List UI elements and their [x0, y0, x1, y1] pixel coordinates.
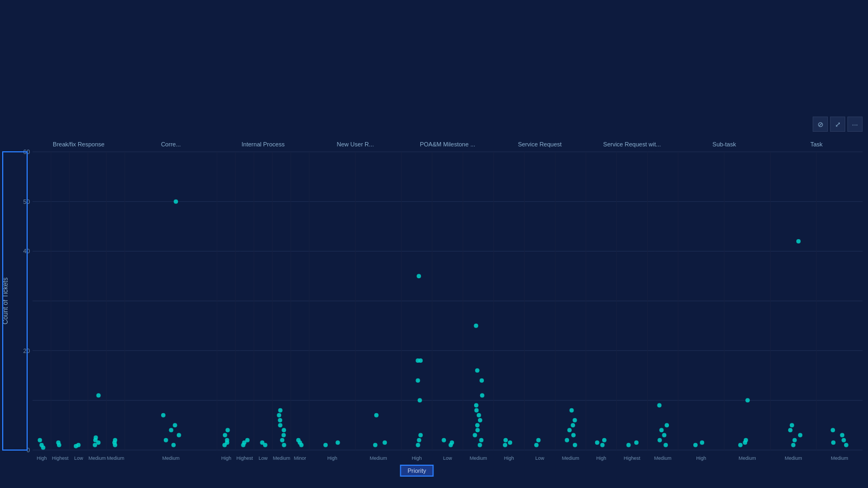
- expand-button[interactable]: ⤢: [830, 117, 845, 132]
- chart-container: [0, 125, 868, 488]
- chart-canvas: [0, 125, 868, 488]
- top-area: [0, 0, 868, 125]
- toolbar: ⊘ ⤢ ···: [813, 117, 863, 132]
- more-button[interactable]: ···: [847, 117, 863, 132]
- filter-button[interactable]: ⊘: [813, 117, 828, 132]
